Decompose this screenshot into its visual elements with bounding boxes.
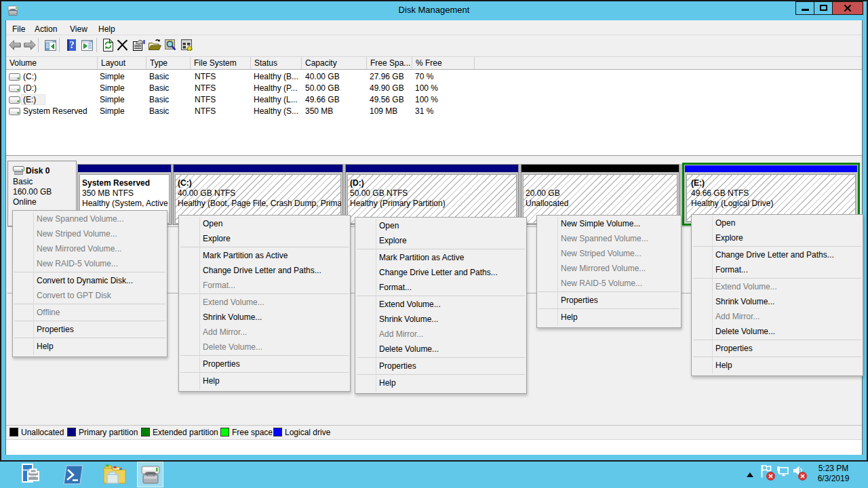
svg-text:?: ? <box>70 40 75 50</box>
